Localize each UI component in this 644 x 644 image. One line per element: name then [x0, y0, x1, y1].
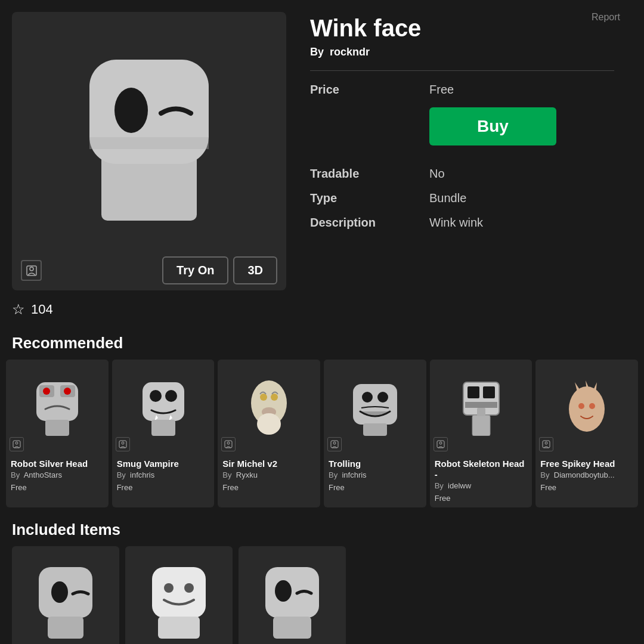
wink-face-main-image	[66, 42, 233, 221]
rec-item-name: Robot Silver Head	[6, 455, 109, 470]
price-value: Free	[429, 83, 454, 97]
svg-point-24	[257, 413, 281, 435]
rec-image-container	[112, 360, 215, 455]
type-value: Bundle	[429, 191, 466, 205]
rec-item-creator: By Diamondboytub...	[535, 470, 638, 482]
svg-rect-51	[48, 617, 83, 639]
divider	[310, 70, 614, 71]
rec-item-name: Sir Michel v2	[218, 455, 320, 470]
rec-item-price: Free	[535, 482, 638, 492]
included-item-image	[143, 561, 215, 639]
svg-point-48	[545, 442, 547, 444]
svg-rect-35	[483, 386, 495, 398]
rec-avatar-icon	[221, 437, 236, 451]
try-on-button[interactable]: Try On	[162, 256, 228, 284]
svg-rect-11	[45, 420, 69, 436]
list-item[interactable]	[125, 546, 233, 644]
svg-point-2	[114, 88, 148, 133]
rec-item-creator: By infchris	[112, 470, 215, 482]
svg-point-45	[578, 403, 584, 409]
svg-rect-27	[353, 384, 397, 425]
rating-section: ☆ 104	[0, 296, 644, 327]
list-item[interactable]: Free Spikey Head By Diamondboytub... Fre…	[535, 360, 638, 507]
svg-point-10	[64, 388, 71, 395]
view-buttons: Try On 3D	[162, 256, 277, 284]
rec-avatar-icon	[10, 437, 24, 451]
rec-item-image	[30, 379, 84, 436]
item-image-container	[12, 12, 286, 250]
list-item[interactable]	[12, 546, 119, 644]
rec-item-name: Free Spikey Head	[535, 455, 638, 470]
rec-image-container	[218, 360, 320, 455]
rec-item-creator: By idelww	[430, 481, 532, 493]
rec-image-container	[6, 360, 109, 455]
report-link[interactable]: Report	[592, 12, 620, 23]
list-item[interactable]: Robot Skeleton Head - By idelww Free	[430, 360, 532, 507]
rec-item-image	[560, 379, 614, 436]
tradable-label: Tradable	[310, 167, 429, 181]
details-table: Price Free Buy Tradable No Type Bundle D…	[310, 83, 614, 230]
rec-avatar-icon	[539, 437, 553, 451]
svg-rect-30	[363, 423, 387, 436]
included-grid	[0, 546, 644, 644]
item-controls: Try On 3D	[12, 250, 286, 290]
rec-item-image	[348, 379, 402, 436]
svg-rect-55	[158, 617, 200, 639]
svg-point-44	[569, 386, 605, 432]
included-section: Included Items	[0, 513, 644, 644]
svg-point-28	[362, 392, 373, 402]
rec-item-price: Free	[324, 482, 426, 492]
creator-prefix: By	[310, 46, 324, 58]
svg-rect-14	[143, 382, 184, 421]
rec-item-image	[137, 379, 190, 436]
list-item[interactable]	[239, 546, 346, 644]
rec-image-container	[430, 360, 532, 455]
svg-rect-34	[467, 386, 479, 398]
item-title: Wink face	[310, 15, 614, 41]
description-row: Description Wink wink	[310, 216, 614, 230]
svg-rect-17	[151, 420, 175, 436]
svg-point-26	[227, 442, 230, 444]
rec-item-name: Trolling	[324, 455, 426, 470]
type-label: Type	[310, 191, 429, 205]
included-item-image	[256, 561, 328, 639]
svg-point-9	[43, 388, 50, 395]
rec-item-price: Free	[6, 482, 109, 492]
rec-item-price: Free	[430, 493, 532, 503]
list-item[interactable]: Smug Vampire By infchris Free	[112, 360, 215, 507]
price-label: Price	[310, 83, 429, 97]
rec-item-image	[242, 379, 296, 436]
price-row: Price Free	[310, 83, 614, 97]
included-item-image	[30, 561, 101, 639]
svg-point-53	[164, 583, 174, 593]
svg-point-15	[150, 390, 162, 402]
included-title: Included Items	[0, 513, 644, 546]
svg-point-19	[122, 442, 124, 444]
rec-item-creator: By Ryxku	[218, 470, 320, 482]
svg-point-32	[333, 442, 336, 444]
svg-point-29	[377, 392, 388, 402]
svg-rect-36	[465, 402, 497, 408]
svg-point-54	[184, 583, 194, 593]
star-icon: ☆	[12, 301, 25, 318]
rec-item-creator: By AnthoStars	[6, 470, 109, 482]
type-row: Type Bundle	[310, 191, 614, 205]
creator-name[interactable]: rockndr	[330, 46, 370, 58]
view-3d-button[interactable]: 3D	[233, 256, 277, 284]
rec-image-container	[535, 360, 638, 455]
list-item[interactable]: Sir Michel v2 By Ryxku Free	[218, 360, 320, 507]
rec-item-price: Free	[112, 482, 215, 492]
list-item[interactable]: Trolling By infchris Free	[324, 360, 426, 507]
rec-item-creator: By infchris	[324, 470, 426, 482]
list-item[interactable]: Robot Silver Head By AnthoStars Free	[6, 360, 109, 507]
item-details: Report Wink face By rockndr Price Free B…	[286, 12, 632, 290]
rec-image-container	[324, 360, 426, 455]
item-preview: Try On 3D	[12, 12, 286, 290]
tradable-row: Tradable No	[310, 167, 614, 181]
svg-point-50	[51, 581, 68, 603]
svg-rect-37	[472, 415, 490, 436]
recommended-section: Recommended	[0, 327, 644, 513]
buy-button[interactable]: Buy	[429, 107, 556, 145]
rec-avatar-icon	[116, 437, 130, 451]
buy-row: Buy	[310, 107, 614, 156]
